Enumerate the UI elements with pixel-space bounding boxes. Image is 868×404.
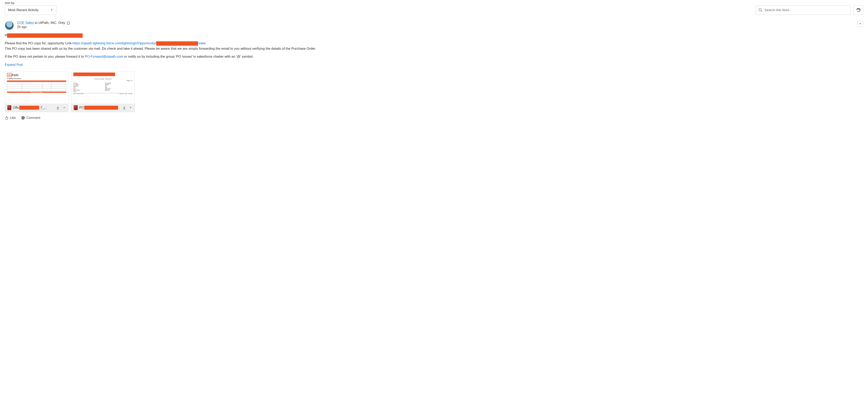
author-link[interactable]: COE Sales bbox=[17, 21, 34, 25]
download-icon bbox=[56, 106, 60, 110]
attachment-filename: Offe-7_... bbox=[13, 106, 54, 110]
chevron-down-icon bbox=[129, 106, 132, 109]
sort-select[interactable]: Most Recent Activity bbox=[5, 5, 57, 15]
redacted-text bbox=[84, 106, 118, 110]
forward-email-link[interactable]: PO-Forward@uipath.com bbox=[85, 55, 123, 58]
pdf-icon bbox=[7, 105, 11, 110]
redacted-text bbox=[156, 41, 198, 46]
like-button[interactable]: Like bbox=[5, 116, 16, 120]
attachment-filename: PO bbox=[79, 106, 120, 110]
chevron-down-icon bbox=[50, 9, 53, 11]
attachment-menu-button[interactable] bbox=[128, 105, 133, 110]
sort-label: Sort by: bbox=[5, 1, 57, 5]
svg-line-1 bbox=[761, 11, 762, 12]
search-wrap bbox=[755, 5, 851, 15]
comment-button[interactable]: Comment bbox=[21, 116, 40, 120]
post-body-para1: Please find the PO copy for, opportunity… bbox=[5, 41, 863, 51]
expand-post-link[interactable]: Expand Post bbox=[5, 62, 23, 67]
attachment-preview: UiPath A. Billing Information Real User … bbox=[5, 72, 68, 103]
post-greeting-line: H bbox=[5, 33, 863, 38]
opportunity-link-suffix[interactable]: /view bbox=[198, 41, 206, 45]
avatar bbox=[5, 21, 14, 30]
visibility-icon bbox=[67, 22, 70, 25]
attachment-preview: PURCHASE ORDER Page: 1/1 PO No.PO Date.S… bbox=[71, 72, 134, 103]
attachment-menu-button[interactable] bbox=[62, 105, 67, 110]
post-menu-button[interactable] bbox=[857, 21, 863, 27]
pdf-icon bbox=[74, 105, 78, 110]
redacted-text bbox=[7, 33, 83, 38]
search-input[interactable] bbox=[755, 5, 851, 15]
chevron-down-icon bbox=[859, 23, 862, 25]
chevron-down-icon bbox=[63, 106, 66, 109]
thumb-up-icon bbox=[5, 116, 8, 120]
attachment-card[interactable]: PURCHASE ORDER Page: 1/1 PO No.PO Date.S… bbox=[71, 71, 135, 112]
uipath-logo: UiPath bbox=[7, 73, 66, 77]
download-icon bbox=[122, 106, 126, 110]
post-byline: COE Sales to UiPath, INC. Only bbox=[17, 21, 70, 25]
svg-point-0 bbox=[759, 8, 762, 11]
attachment-card[interactable]: UiPath A. Billing Information Real User … bbox=[5, 71, 68, 112]
redacted-text bbox=[19, 106, 39, 110]
refresh-icon bbox=[856, 8, 861, 12]
search-icon bbox=[758, 8, 763, 12]
redacted-text bbox=[73, 72, 115, 76]
opportunity-link[interactable]: https://uipath.lightning.force.com/light… bbox=[72, 41, 156, 45]
download-button[interactable] bbox=[56, 105, 60, 110]
refresh-button[interactable] bbox=[854, 5, 863, 15]
download-button[interactable] bbox=[122, 105, 127, 110]
sort-value: Most Recent Activity bbox=[8, 8, 38, 12]
post-timestamp: 2h ago bbox=[17, 25, 70, 29]
comment-icon bbox=[21, 116, 25, 120]
post-body-para2: If the PO does not pertain to you, pleas… bbox=[5, 54, 863, 59]
